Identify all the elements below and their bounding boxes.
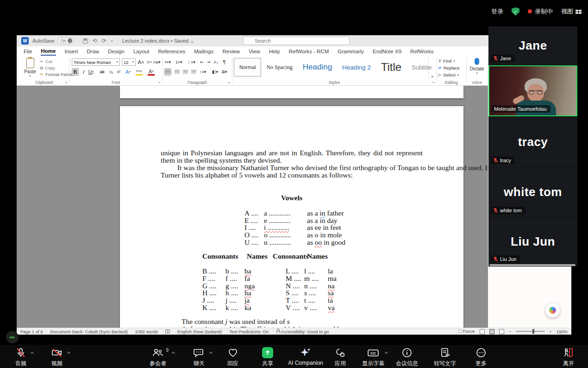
tab-review[interactable]: Review bbox=[222, 48, 240, 55]
subscript-button[interactable]: x₂ bbox=[108, 68, 115, 76]
underline-button[interactable]: U▾ bbox=[88, 68, 94, 76]
superscript-button[interactable]: x² bbox=[115, 68, 122, 76]
align-left-button[interactable] bbox=[164, 68, 171, 76]
borders-icon[interactable]: ⊞▾ bbox=[221, 68, 228, 76]
bold-button[interactable]: B bbox=[72, 68, 79, 76]
justify-button[interactable] bbox=[190, 68, 197, 76]
decrease-indent-icon[interactable]: ⇤ bbox=[199, 58, 206, 66]
pilcrow-icon[interactable]: ¶ bbox=[221, 58, 228, 66]
annotate-pencil-button[interactable]: ✏ bbox=[6, 331, 19, 343]
shading-icon[interactable]: ◧▾ bbox=[212, 68, 219, 76]
highlight-button[interactable]: ✏▾ bbox=[136, 68, 143, 76]
style-heading2[interactable]: Heading 2 bbox=[337, 58, 376, 76]
word-count[interactable]: 2392 words bbox=[135, 329, 158, 334]
recording-indicator[interactable]: 录制中 bbox=[528, 7, 553, 16]
text-effects-button[interactable]: A▾ bbox=[125, 68, 131, 76]
line-spacing-icon[interactable]: ↕≡▾ bbox=[200, 68, 206, 76]
change-case-icon[interactable]: Aa▾ bbox=[153, 58, 161, 66]
undo-icon[interactable]: ⟲ bbox=[93, 38, 97, 44]
strikethrough-button[interactable]: ab bbox=[99, 68, 106, 76]
participants-options-caret[interactable]: ^ bbox=[172, 351, 175, 356]
transcript-button[interactable]: 转写文字 bbox=[434, 347, 456, 368]
audio-button[interactable]: ^ 音频 bbox=[15, 347, 26, 368]
italic-button[interactable]: I bbox=[80, 68, 87, 76]
document-page[interactable]: unique in Polynesian languages and are n… bbox=[120, 106, 463, 328]
video-options-caret[interactable]: ^ bbox=[67, 351, 70, 356]
style-heading1[interactable]: Heading bbox=[298, 58, 337, 76]
tab-refworks-rcm[interactable]: RefWorks - RCM bbox=[288, 48, 330, 55]
accessibility-status[interactable]: Accessibility: Good to go bbox=[276, 329, 329, 334]
sign-in-button[interactable]: 登录 bbox=[491, 7, 503, 16]
page-indicator[interactable]: Page 1 of 6 bbox=[20, 329, 43, 334]
style-normal[interactable]: Normal bbox=[234, 58, 261, 76]
apps-button[interactable]: 应用 bbox=[335, 347, 346, 368]
captions-button[interactable]: CC^ 显示字幕 bbox=[362, 347, 384, 368]
find-button[interactable]: ⚲Find▾ bbox=[438, 58, 460, 64]
zoom-in-button[interactable]: + bbox=[549, 329, 552, 334]
participant-tile-white-tom[interactable]: white tom white tom bbox=[488, 167, 577, 217]
search-input[interactable] bbox=[243, 37, 350, 45]
audio-options-caret[interactable]: ^ bbox=[31, 351, 34, 356]
tab-endnote[interactable]: EndNote X9 bbox=[372, 48, 402, 55]
tab-home[interactable]: Home bbox=[41, 47, 56, 56]
grow-font-icon[interactable]: A˄ bbox=[138, 58, 144, 66]
captions-options-caret[interactable]: ^ bbox=[385, 351, 388, 356]
panel-scrollbar[interactable] bbox=[489, 264, 575, 266]
align-center-button[interactable] bbox=[174, 68, 181, 76]
increase-indent-icon[interactable]: ⇥ bbox=[205, 58, 212, 66]
reactions-button[interactable]: 回应 bbox=[227, 347, 238, 368]
zoom-slider-knob[interactable] bbox=[532, 329, 534, 334]
meeting-info-button[interactable]: 会议信息 bbox=[396, 347, 418, 368]
participant-tile-tracy[interactable]: tracy tracy bbox=[488, 117, 577, 167]
web-layout-icon[interactable] bbox=[499, 329, 504, 334]
tab-design[interactable]: Design bbox=[107, 48, 125, 55]
tab-layout[interactable]: Layout bbox=[133, 48, 150, 55]
replace-button[interactable]: ⇄Replace bbox=[438, 65, 460, 71]
view-button[interactable]: 视图 bbox=[561, 7, 582, 16]
copilot-button[interactable] bbox=[545, 303, 560, 317]
security-shield-icon[interactable]: ✓ bbox=[512, 7, 519, 16]
paste-button[interactable]: Paste ▾ bbox=[22, 58, 38, 78]
zoom-out-button[interactable]: − bbox=[509, 329, 512, 334]
style-no-spacing[interactable]: No Spacing bbox=[261, 58, 297, 76]
numbering-icon[interactable]: 1≡▾ bbox=[175, 58, 182, 66]
video-button[interactable]: ^ 视频 bbox=[51, 347, 63, 368]
ai-companion-button[interactable]: AI Companion bbox=[288, 347, 323, 366]
zoom-slider[interactable] bbox=[516, 331, 544, 332]
font-size-select[interactable]: 12▾ bbox=[122, 58, 136, 66]
participant-tile-jane[interactable]: Jane Jane bbox=[488, 26, 577, 65]
read-mode-icon[interactable] bbox=[480, 329, 485, 334]
more-button[interactable]: 更多 bbox=[475, 347, 487, 368]
paragraph-launcher-icon[interactable]: ↘ bbox=[227, 80, 230, 84]
tab-mailings[interactable]: Mailings bbox=[194, 48, 214, 55]
styles-launcher-icon[interactable]: ↘ bbox=[432, 80, 435, 84]
tab-help[interactable]: Help bbox=[269, 48, 281, 55]
document-stack[interactable]: Document Stack: Cobalt (Sync-Backed) bbox=[50, 329, 128, 334]
tab-insert[interactable]: Insert bbox=[64, 48, 78, 55]
redo-icon[interactable]: ⟳ bbox=[102, 38, 106, 44]
shrink-font-icon[interactable]: A˅ bbox=[146, 58, 153, 66]
select-button[interactable]: ▷Select▾ bbox=[438, 72, 460, 78]
proofing-icon[interactable] bbox=[165, 330, 170, 333]
leave-button[interactable]: 离开 bbox=[563, 347, 575, 368]
zoom-percentage[interactable]: 150% bbox=[557, 329, 568, 334]
multilevel-list-icon[interactable]: ⋮≡▾ bbox=[187, 58, 195, 66]
sort-icon[interactable]: A↓ bbox=[213, 58, 219, 66]
font-name-select[interactable]: Times New Roman▾ bbox=[72, 58, 120, 66]
chat-options-caret[interactable]: ^ bbox=[209, 351, 213, 356]
clipboard-launcher-icon[interactable]: ↘ bbox=[64, 80, 68, 84]
customize-qat-icon[interactable]: ▾ bbox=[111, 39, 113, 43]
focus-button[interactable]: ⛶ Focus bbox=[458, 329, 475, 334]
text-predictions[interactable]: Text Predictions: On bbox=[229, 329, 269, 334]
tab-file[interactable]: File bbox=[23, 48, 33, 55]
chat-button[interactable]: ^ 聊天 bbox=[193, 347, 205, 368]
tab-view[interactable]: View bbox=[248, 48, 261, 55]
participant-tile-liu-jun[interactable]: Liu Jun Liu Jun bbox=[488, 217, 577, 266]
share-button[interactable]: 共享 bbox=[262, 347, 273, 368]
save-icon[interactable] bbox=[83, 38, 88, 44]
language-indicator[interactable]: English (New Zealand) bbox=[177, 329, 222, 334]
styles-gallery-more-icon[interactable]: ▾ bbox=[428, 57, 436, 79]
tab-grammarly[interactable]: Grammarly bbox=[337, 48, 364, 55]
tab-draw[interactable]: Draw bbox=[86, 48, 100, 55]
participant-tile-melenaite-video[interactable]: Melenaite Taumoefolau bbox=[488, 65, 577, 116]
